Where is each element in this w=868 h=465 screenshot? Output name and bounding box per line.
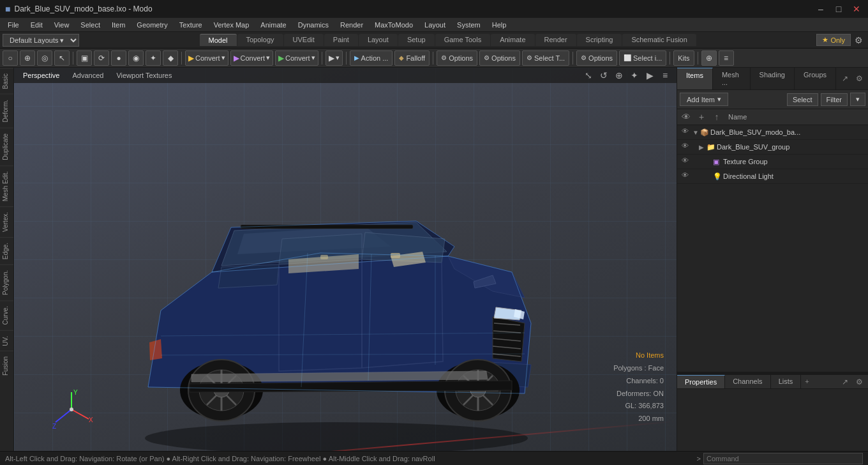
toolbar-ring-icon[interactable]: ◉ <box>128 50 144 66</box>
toolbar-dropdown-2[interactable]: ▶ Convert ▾ <box>230 50 274 66</box>
sidebar-tab-meshedit[interactable]: Mesh Edit. <box>0 165 13 206</box>
toolbar-grid-icon[interactable]: ⊕ <box>20 50 35 66</box>
options-button-3[interactable]: ⚙ Options <box>576 50 617 66</box>
toolbar-dot-icon[interactable]: ● <box>111 50 126 66</box>
viewport[interactable]: Perspective Advanced Viewport Textures ⤡… <box>14 68 677 451</box>
add-item-button[interactable]: Add Item ▾ <box>680 93 728 106</box>
prop-tab-properties[interactable]: Properties <box>677 375 725 388</box>
prop-gear-icon[interactable]: ⚙ <box>853 377 865 386</box>
item-vis-toggle-4[interactable]: 👁 <box>680 171 690 181</box>
viewport-textures[interactable]: Viewport Textures <box>112 70 176 80</box>
item-row-dir-light[interactable]: 👁 ▶ 💡 Directional Light <box>677 169 868 184</box>
item-vis-toggle-1[interactable]: 👁 <box>680 127 690 137</box>
vp-play-icon[interactable]: ▶ <box>643 70 656 80</box>
viewport-perspective[interactable]: Perspective <box>19 70 63 80</box>
select-button[interactable]: Select <box>787 93 818 106</box>
sidebar-tab-uv[interactable]: UV. <box>0 330 13 351</box>
menu-item-help[interactable]: Help <box>487 20 512 30</box>
filter-button[interactable]: Filter <box>821 93 848 106</box>
tab-items[interactable]: Items <box>677 68 713 89</box>
sidebar-tab-edge[interactable]: Edge. <box>0 237 13 264</box>
kits-button[interactable]: Kits <box>673 50 694 66</box>
menu-item-geometry[interactable]: Geometry <box>131 20 172 30</box>
menu-item-view[interactable]: View <box>49 20 75 30</box>
layout-tab-setup[interactable]: Setup <box>398 34 435 46</box>
toolbar-dropdown-1[interactable]: ▶ Convert ▾ <box>185 50 228 66</box>
menu-item-maxtomodo[interactable]: MaxToModo <box>370 20 418 30</box>
item-vis-toggle-3[interactable]: 👁 <box>680 156 690 167</box>
sidebar-tab-curve[interactable]: Curve. <box>0 300 13 330</box>
vp-star-icon[interactable]: ✦ <box>628 70 641 80</box>
toolbar-star-icon[interactable]: ✦ <box>146 50 161 66</box>
item-row-suv-root[interactable]: 👁 ▼ 📦 Dark_Blue_SUV_modo_ba... <box>677 125 868 140</box>
tab-shading[interactable]: Shading <box>751 68 795 89</box>
sidebar-tab-basic[interactable]: Basic <box>0 68 13 94</box>
menu-item-dynamics[interactable]: Dynamics <box>293 20 334 30</box>
toolbar-circle-icon[interactable]: ◎ <box>37 50 52 66</box>
toolbar-rect-icon[interactable]: ▣ <box>77 50 92 66</box>
layout-tab-schematic-fusion[interactable]: Schematic Fusion <box>622 34 696 46</box>
layout-tab-animate[interactable]: Animate <box>491 34 534 46</box>
panel-expand-icon[interactable]: ↗ <box>839 74 851 83</box>
sidebar-tab-deform[interactable]: Deform. <box>0 94 13 128</box>
toolbar-extra-icon[interactable]: ◆ <box>163 50 178 66</box>
tab-groups[interactable]: Groups <box>795 68 836 89</box>
tree-add-icon[interactable]: + <box>695 112 708 122</box>
menu-item-edit[interactable]: Edit <box>26 20 48 30</box>
toolbar-plus-icon[interactable]: ⊕ <box>701 50 717 66</box>
prop-tab-lists[interactable]: Lists <box>771 375 802 388</box>
vp-menu-icon[interactable]: ≡ <box>659 70 671 80</box>
action-button[interactable]: ▶ Action ... <box>350 50 393 66</box>
menu-item-system[interactable]: System <box>452 20 486 30</box>
gear-icon[interactable]: ⚙ <box>855 35 863 45</box>
menu-item-select[interactable]: Select <box>75 20 105 30</box>
vp-rotate-icon[interactable]: ↺ <box>597 70 610 80</box>
menu-item-layout[interactable]: Layout <box>419 20 451 30</box>
sidebar-tab-fusion[interactable]: Fusion <box>0 351 13 381</box>
menu-item-texture[interactable]: Texture <box>174 20 207 30</box>
tree-up-icon[interactable]: ↑ <box>710 112 723 122</box>
menu-item-file[interactable]: File <box>3 20 24 30</box>
select-i-button[interactable]: ⬜ Select i... <box>619 50 666 66</box>
layout-dropdown[interactable]: Default Layouts ▾ <box>3 34 79 47</box>
item-row-texture-group[interactable]: 👁 ▶ ▣ Texture Group <box>677 155 868 169</box>
menu-item-vertex-map[interactable]: Vertex Map <box>209 20 255 30</box>
layout-tab-topology[interactable]: Topology <box>237 34 283 46</box>
sidebar-tab-duplicate[interactable]: Duplicate <box>0 128 13 165</box>
close-button[interactable]: ✕ <box>850 4 863 14</box>
viewport-advanced[interactable]: Advanced <box>68 70 107 80</box>
layout-tab-model[interactable]: Model <box>200 34 237 46</box>
tab-mesh[interactable]: Mesh ... <box>713 68 751 89</box>
layout-tab-paint[interactable]: Paint <box>324 34 358 46</box>
prop-expand-icon[interactable]: ↗ <box>839 377 851 386</box>
panel-gear-icon[interactable]: ⚙ <box>853 74 865 83</box>
maximize-button[interactable]: □ <box>832 4 845 14</box>
only-button[interactable]: ★ ★ Only Only <box>816 34 851 46</box>
command-input[interactable] <box>703 453 863 464</box>
toolbar-dropdown-3[interactable]: ▶ Convert ▾ <box>275 50 318 66</box>
prop-tab-channels[interactable]: Channels <box>725 375 770 388</box>
item-vis-toggle-2[interactable]: 👁 <box>680 142 690 152</box>
toolbar-select-mode[interactable]: ▶ ▾ <box>326 50 343 66</box>
toolbar-select-icon[interactable]: ○ <box>3 50 18 66</box>
options-button-1[interactable]: ⚙ Options <box>437 50 477 66</box>
minimize-button[interactable]: – <box>814 4 827 14</box>
sidebar-tab-polygon[interactable]: Polygon. <box>0 264 13 300</box>
menu-item-animate[interactable]: Animate <box>255 20 291 30</box>
layout-tab-layout[interactable]: Layout <box>359 34 398 46</box>
sidebar-tab-vertex[interactable]: Vertex. <box>0 206 13 237</box>
layout-tab-game-tools[interactable]: Game Tools <box>435 34 491 46</box>
item-expand-1[interactable]: ▼ <box>692 129 700 136</box>
filter-dropdown[interactable]: ▾ <box>850 93 865 106</box>
toolbar-rotate-icon[interactable]: ⟳ <box>94 50 109 66</box>
options-button-2[interactable]: ⚙ Options <box>479 50 520 66</box>
item-expand-2[interactable]: ▶ <box>699 144 707 151</box>
toolbar-list-icon[interactable]: ≡ <box>719 50 734 66</box>
toolbar-arrow-icon[interactable]: ↖ <box>54 50 70 66</box>
layout-tab-uvedit[interactable]: UVEdit <box>284 34 324 46</box>
vp-zoom-icon[interactable]: ⊕ <box>613 70 625 80</box>
prop-tab-add[interactable]: + <box>801 375 812 388</box>
layout-tab-render[interactable]: Render <box>535 34 576 46</box>
item-row-suv-group[interactable]: 👁 ▶ 📁 Dark_Blue_SUV_group <box>677 140 868 155</box>
menu-item-item[interactable]: Item <box>107 20 130 30</box>
